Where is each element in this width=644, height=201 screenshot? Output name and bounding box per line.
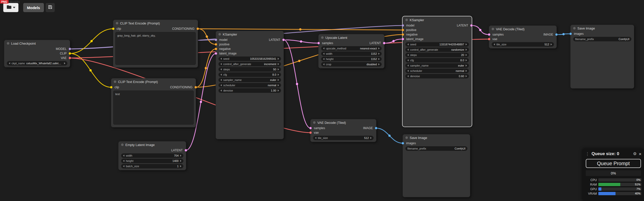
increment-icon[interactable] [278, 68, 279, 70]
wire-midpoint-dot[interactable] [206, 36, 208, 38]
link-wire-latent[interactable] [471, 25, 489, 35]
collapse-dot-icon[interactable] [7, 42, 9, 45]
decrement-icon[interactable] [220, 68, 222, 70]
decrement-icon[interactable] [407, 54, 409, 56]
node-header[interactable]: VAE Decode (Tiled) [489, 26, 556, 32]
wire-midpoint-dot[interactable] [296, 83, 298, 85]
samples-input-dot[interactable] [317, 42, 320, 44]
widget-sampler-name[interactable]: sampler_name euler [218, 78, 281, 82]
wire-midpoint-dot[interactable] [300, 40, 302, 43]
wire-midpoint-dot[interactable] [90, 69, 92, 72]
clip-input-dot[interactable] [112, 27, 115, 30]
node-load-checkpoint[interactable]: Load Checkpoint MODEL CLIP VAE ckpt_name… [4, 40, 70, 67]
prev-value-icon[interactable] [323, 47, 324, 49]
link-wire-clip[interactable] [70, 53, 111, 87]
wire-midpoint-dot[interactable] [563, 33, 565, 35]
node-header[interactable]: VAE Decode (Tiled) [311, 119, 376, 126]
prompt-textarea[interactable]: test [113, 91, 194, 125]
image-output-dot[interactable] [375, 127, 377, 129]
positive-input-dot[interactable] [215, 43, 217, 46]
next-value-icon[interactable] [278, 84, 279, 86]
latent-output-dot[interactable] [185, 149, 187, 152]
wire-midpoint-dot[interactable] [388, 135, 391, 137]
image-output-dot[interactable] [555, 33, 558, 36]
decrement-icon[interactable] [220, 74, 222, 76]
samples-input-dot[interactable] [309, 127, 312, 129]
node-ksampler-2[interactable]: KSampler model LATENT positive negative … [403, 16, 472, 127]
node-clip-text-encode-positive[interactable]: CLIP Text Encode (Prompt) clip CONDITION… [113, 20, 198, 68]
increment-icon[interactable] [278, 74, 279, 76]
increment-icon[interactable] [180, 155, 181, 157]
prompt-textarea[interactable]: gray_long_hair, girl, starry_sky, [115, 32, 196, 65]
collapse-dot-icon[interactable] [405, 19, 408, 21]
images-input-dot[interactable] [569, 33, 572, 35]
negative-input-dot[interactable] [402, 33, 404, 36]
close-icon[interactable]: × [639, 152, 641, 156]
decrement-icon[interactable] [407, 75, 409, 77]
node-header[interactable]: Upscale Latent [319, 34, 384, 41]
widget-height[interactable]: height 1152 [321, 57, 382, 61]
wire-midpoint-dot[interactable] [200, 101, 202, 103]
collapse-dot-icon[interactable] [313, 121, 316, 124]
link-wire-latent[interactable] [284, 40, 319, 43]
vae-output-dot[interactable] [69, 57, 71, 59]
next-value-icon[interactable] [278, 79, 279, 81]
decrement-icon[interactable] [323, 53, 324, 55]
widget-width[interactable]: width 704 [121, 153, 183, 158]
wire-midpoint-dot[interactable] [298, 60, 300, 62]
decrement-icon[interactable] [220, 58, 222, 60]
widget-tile-size[interactable]: tile_size 512 [492, 42, 554, 47]
widget-height[interactable]: height 1400 [121, 159, 183, 163]
latent-output-dot[interactable] [470, 24, 473, 27]
node-save-image-top[interactable]: Save Image images filename_prefix ComfyU… [570, 25, 634, 89]
collapse-dot-icon[interactable] [114, 80, 116, 83]
wire-midpoint-dot[interactable] [479, 29, 482, 31]
next-value-icon[interactable] [378, 47, 380, 49]
collapse-dot-icon[interactable] [321, 36, 324, 39]
collapse-dot-icon[interactable] [405, 136, 408, 139]
decrement-icon[interactable] [123, 165, 124, 167]
increment-icon[interactable] [370, 137, 372, 139]
conditioning-output-dot[interactable] [194, 86, 197, 89]
open-workflow-button[interactable] [3, 3, 18, 12]
link-wire-latent[interactable] [284, 40, 311, 128]
link-wire-image[interactable] [376, 128, 403, 143]
save-workflow-button[interactable] [46, 3, 55, 12]
model-input-dot[interactable] [215, 39, 217, 41]
samples-input-dot[interactable] [488, 33, 490, 36]
widget-filename-prefix[interactable]: filename_prefix ComfyUI [573, 37, 631, 41]
widget-ckpt-name[interactable]: ckpt_name cetusMix_Whalefall2.safeten... [7, 61, 67, 66]
increment-icon[interactable] [278, 90, 279, 92]
widget-cfg[interactable]: cfg 8.0 [218, 72, 281, 77]
widget-crop[interactable]: crop disabled [321, 62, 382, 67]
clip-output-dot[interactable] [69, 52, 71, 55]
wire-midpoint-dot[interactable] [205, 67, 207, 69]
widget-seed[interactable]: seed 1331874420548897 [405, 42, 469, 47]
model-input-dot[interactable] [402, 24, 404, 27]
vae-input-dot[interactable] [488, 38, 490, 40]
widget-width[interactable]: width 1152 [321, 51, 382, 56]
widget-upscale-method[interactable]: upscale_method nearest-exact [321, 46, 382, 51]
settings-gear-icon[interactable]: ⚙ [633, 152, 637, 156]
widget-scheduler[interactable]: scheduler normal [405, 69, 469, 73]
collapse-dot-icon[interactable] [116, 22, 118, 24]
node-ksampler-1[interactable]: KSampler model LATENT positive negative … [216, 31, 284, 139]
positive-input-dot[interactable] [402, 29, 404, 31]
collapse-dot-icon[interactable] [492, 28, 494, 30]
increment-icon[interactable] [551, 43, 552, 45]
widget-tile-size[interactable]: tile_size 512 [313, 136, 374, 140]
widget-sampler-name[interactable]: sampler_name euler [405, 63, 469, 68]
node-header[interactable]: CLIP Text Encode (Prompt) [111, 78, 196, 85]
widget-denoise[interactable]: denoise 0.60 [405, 74, 469, 78]
widget-steps[interactable]: steps 20 [405, 53, 469, 57]
widget-batch-size[interactable]: batch_size 1 [121, 164, 183, 168]
wire-midpoint-dot[interactable] [299, 28, 301, 31]
queue-prompt-button[interactable]: Queue Prompt [586, 159, 641, 168]
decrement-icon[interactable] [494, 43, 495, 45]
collapse-dot-icon[interactable] [218, 33, 221, 36]
increment-icon[interactable] [466, 43, 467, 45]
wire-midpoint-dot[interactable] [91, 40, 93, 42]
decrement-icon[interactable] [407, 59, 409, 61]
increment-icon[interactable] [378, 58, 380, 60]
clip-input-dot[interactable] [110, 86, 113, 89]
